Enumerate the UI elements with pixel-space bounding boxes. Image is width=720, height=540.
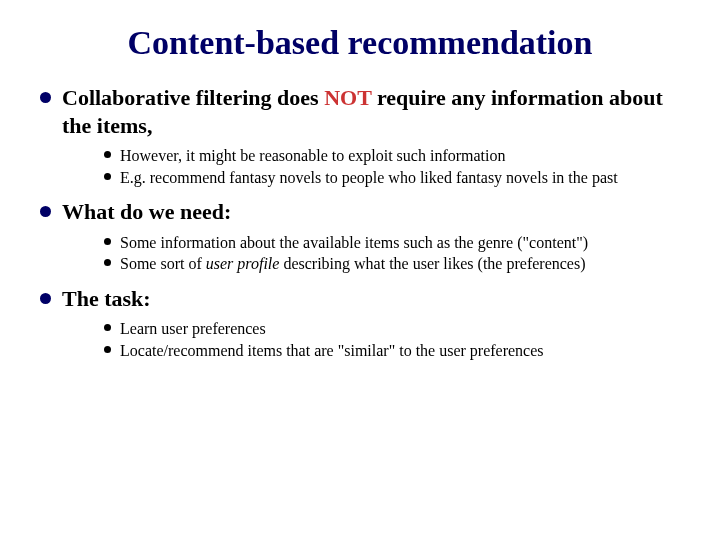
top-item-2-text: What do we need:	[62, 198, 694, 226]
sub-item: Some information about the available ite…	[104, 232, 694, 254]
sub-list-1: However, it might be reasonable to explo…	[62, 145, 694, 188]
sub-item: Locate/recommend items that are "similar…	[104, 340, 694, 362]
text-segment: Some sort of	[120, 255, 206, 272]
emphasis-not: NOT	[324, 85, 371, 110]
sub-item: However, it might be reasonable to explo…	[104, 145, 694, 167]
top-item-2: What do we need: Some information about …	[40, 198, 694, 275]
sub-list-2: Some information about the available ite…	[62, 232, 694, 275]
top-item-1: Collaborative filtering does NOT require…	[40, 84, 694, 188]
text-segment: Collaborative filtering does	[62, 85, 324, 110]
sub-list-3: Learn user preferences Locate/recommend …	[62, 318, 694, 361]
text-segment: What do we need:	[62, 199, 231, 224]
top-item-3-text: The task:	[62, 285, 694, 313]
text-segment: The task:	[62, 286, 151, 311]
slide: Content-based recommendation Collaborati…	[0, 0, 720, 540]
slide-title: Content-based recommendation	[26, 24, 694, 62]
top-item-3: The task: Learn user preferences Locate/…	[40, 285, 694, 362]
text-segment: describing what the user likes (the pref…	[279, 255, 585, 272]
italic-user-profile: user profile	[206, 255, 280, 272]
sub-item: E.g. recommend fantasy novels to people …	[104, 167, 694, 189]
top-item-1-text: Collaborative filtering does NOT require…	[62, 84, 694, 139]
sub-item: Learn user preferences	[104, 318, 694, 340]
sub-item: Some sort of user profile describing wha…	[104, 253, 694, 275]
top-level-list: Collaborative filtering does NOT require…	[26, 84, 694, 362]
